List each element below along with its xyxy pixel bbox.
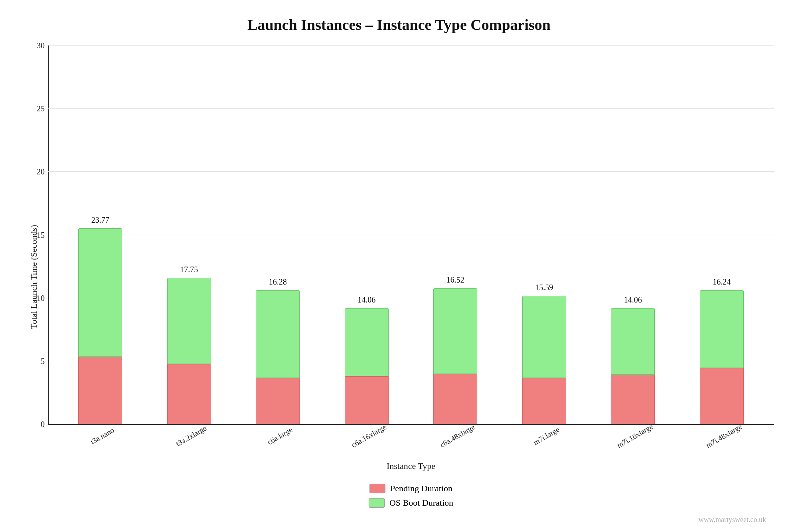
- bar-pending-segment: [345, 376, 389, 424]
- bar-stack: [256, 290, 300, 424]
- legend-swatch: [369, 484, 385, 493]
- bar-total-label: 14.06: [624, 295, 642, 305]
- legend-label: OS Boot Duration: [389, 498, 453, 508]
- y-tick-label: 25: [37, 104, 45, 113]
- y-tick-label: 20: [37, 167, 45, 176]
- bar-group: 16.28: [250, 290, 306, 424]
- watermark: www.martysweet.co.uk: [699, 516, 766, 524]
- bar-total-label: 16.28: [269, 277, 287, 287]
- bar-total-label: 16.24: [713, 277, 731, 287]
- bar-group: 16.24: [694, 290, 750, 424]
- bar-group: 23.77: [72, 228, 128, 424]
- bar-pending-segment: [78, 357, 122, 424]
- y-tick-label: 30: [37, 41, 45, 50]
- bar-total-label: 17.75: [180, 265, 198, 274]
- bar-stack: [345, 308, 389, 424]
- bar-os-segment: [611, 308, 655, 375]
- bar-wrapper: 16.24: [698, 290, 746, 424]
- legend-swatch: [369, 498, 385, 508]
- bar-stack: [433, 288, 477, 424]
- bar-wrapper: 23.77: [76, 228, 124, 424]
- y-tick-label: 10: [37, 293, 45, 303]
- bar-stack: [522, 296, 566, 424]
- bar-group: 16.52: [427, 288, 483, 424]
- bar-pending-segment: [256, 378, 300, 424]
- y-tick-label: 5: [41, 356, 45, 366]
- bar-os-segment: [78, 228, 122, 357]
- bar-wrapper: 15.59: [520, 296, 568, 424]
- bar-group: 17.75: [161, 278, 217, 424]
- bar-group: 15.59: [516, 296, 572, 424]
- bar-total-label: 16.52: [446, 275, 464, 285]
- bar-total-label: 15.59: [535, 283, 553, 292]
- bar-stack: [700, 290, 744, 424]
- bar-pending-segment: [433, 374, 477, 424]
- bar-group: 14.06: [339, 308, 395, 424]
- bar-wrapper: 14.06: [609, 308, 657, 424]
- chart-title: Launch Instances – Instance Type Compari…: [24, 16, 774, 34]
- bar-os-segment: [522, 296, 566, 378]
- bar-pending-segment: [700, 368, 744, 424]
- bar-pending-segment: [167, 364, 211, 424]
- legend-item: OS Boot Duration: [369, 498, 453, 508]
- bar-stack: [78, 228, 122, 424]
- bar-wrapper: 16.52: [431, 288, 479, 424]
- bar-total-label: 14.06: [358, 295, 375, 305]
- bar-total-label: 23.77: [91, 216, 109, 225]
- bar-os-segment: [167, 278, 211, 364]
- bar-wrapper: 17.75: [165, 278, 213, 424]
- plot-area: 051015202530 23.7717.7516.2814.0616.5215…: [48, 45, 774, 425]
- x-axis-title: Instance Type: [48, 461, 774, 471]
- bar-wrapper: 16.28: [254, 290, 302, 424]
- bar-stack: [167, 278, 211, 424]
- bar-os-segment: [700, 290, 744, 368]
- bar-stack: [611, 308, 655, 424]
- bar-group: 14.06: [605, 308, 661, 424]
- legend-item: Pending Duration: [369, 483, 452, 494]
- chart-container: Launch Instances – Instance Type Compari…: [24, 16, 774, 508]
- legend: Pending DurationOS Boot Duration: [48, 483, 774, 508]
- bar-os-segment: [345, 308, 389, 376]
- x-axis-labels: t3a.nanot3a.2xlargec6a.largec6a.16xlarge…: [48, 428, 774, 441]
- chart-plot: 051015202530 23.7717.7516.2814.0616.5215…: [48, 45, 774, 508]
- bar-pending-segment: [611, 375, 655, 424]
- bar-os-segment: [433, 288, 477, 374]
- legend-label: Pending Duration: [390, 483, 452, 494]
- bar-pending-segment: [522, 378, 566, 424]
- chart-body: Total Launch Time (Seconds) 051015202530…: [24, 45, 774, 508]
- bar-wrapper: 14.06: [343, 308, 391, 424]
- y-axis-label: Total Launch Time (Seconds): [24, 45, 44, 508]
- y-tick-label: 15: [37, 230, 45, 239]
- y-tick-label: 0: [41, 420, 45, 429]
- bars-container: 23.7717.7516.2814.0616.5215.5914.0616.24: [48, 45, 774, 424]
- bar-os-segment: [256, 290, 300, 378]
